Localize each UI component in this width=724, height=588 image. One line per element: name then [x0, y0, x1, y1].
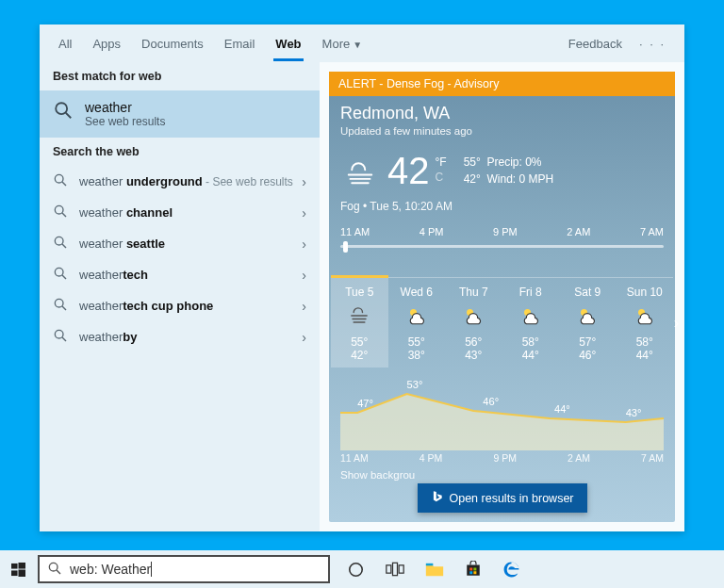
- svg-line-35: [57, 570, 60, 574]
- hour-slider[interactable]: 11 AM4 PM9 PM2 AM7 AM: [340, 226, 664, 264]
- partly-icon: [502, 299, 560, 335]
- svg-rect-41: [467, 565, 480, 576]
- hour-label: 9 PM: [493, 226, 518, 237]
- search-icon: [53, 328, 68, 346]
- weather-alert[interactable]: ALERT - Dense Fog - Advisory: [329, 72, 675, 96]
- weather-location: Redmond, WA: [329, 96, 675, 125]
- feedback-link[interactable]: Feedback: [568, 37, 622, 51]
- svg-rect-39: [399, 565, 403, 573]
- svg-point-6: [55, 237, 63, 245]
- svg-rect-44: [469, 571, 472, 574]
- taskbar: web: Weather: [0, 550, 724, 588]
- forecast-day[interactable]: Sun 1058°44°: [617, 278, 674, 368]
- hour-label: 2 AM: [567, 226, 590, 237]
- svg-rect-38: [393, 563, 398, 575]
- svg-point-36: [350, 563, 362, 575]
- file-explorer-icon[interactable]: [425, 562, 444, 578]
- search-input-value[interactable]: web: Weather: [70, 562, 151, 577]
- chevron-right-icon[interactable]: ›: [302, 205, 306, 220]
- svg-rect-31: [18, 563, 25, 569]
- chevron-right-icon[interactable]: ›: [302, 330, 306, 345]
- tab-web[interactable]: Web: [275, 37, 301, 51]
- svg-point-10: [55, 299, 63, 307]
- hour-label: 11 AM: [340, 452, 369, 464]
- forecast-day[interactable]: Fri 858°44°: [502, 278, 560, 368]
- svg-rect-43: [473, 568, 476, 571]
- suggestion-item[interactable]: weather channel ›: [40, 197, 320, 228]
- best-match-item[interactable]: weather See web results: [40, 90, 320, 138]
- best-match-subtitle: See web results: [85, 115, 306, 128]
- preview-column: ALERT - Dense Fog - Advisory Redmond, WA…: [320, 62, 684, 531]
- task-view-icon[interactable]: [386, 562, 404, 577]
- svg-point-12: [55, 330, 63, 338]
- hour-label: 11 AM: [340, 226, 370, 237]
- edge-icon[interactable]: [502, 561, 520, 579]
- forecast-day[interactable]: Tue 555°42°: [331, 275, 388, 368]
- slider-thumb[interactable]: [343, 241, 348, 253]
- suggestion-item[interactable]: weather underground - See web results ›: [40, 166, 320, 197]
- forecast-day[interactable]: Sat 957°46°: [559, 278, 617, 368]
- more-options-icon[interactable]: · · ·: [639, 37, 666, 51]
- start-button[interactable]: [8, 563, 28, 577]
- search-web-header: Search the web: [40, 138, 320, 166]
- svg-text:53°: 53°: [407, 379, 423, 390]
- svg-point-2: [55, 174, 63, 183]
- svg-rect-42: [469, 568, 472, 571]
- svg-line-5: [62, 213, 66, 217]
- hour-label: 9 PM: [493, 452, 517, 464]
- chevron-right-icon[interactable]: ›: [302, 299, 306, 314]
- hour-label: 2 AM: [568, 452, 590, 464]
- tab-documents[interactable]: Documents: [141, 37, 204, 51]
- cortana-icon[interactable]: [347, 561, 365, 579]
- tab-apps[interactable]: Apps: [92, 37, 121, 51]
- forecast-day[interactable]: Wed 655°38°: [388, 278, 446, 368]
- svg-text:44°: 44°: [554, 403, 570, 415]
- suggestion-item[interactable]: weather seattle ›: [40, 228, 320, 259]
- tab-email[interactable]: Email: [224, 37, 255, 51]
- tab-more[interactable]: More▼: [322, 37, 363, 51]
- suggestion-item[interactable]: weathertech cup phone ›: [40, 290, 320, 321]
- svg-line-7: [62, 244, 66, 248]
- svg-text:43°: 43°: [626, 407, 642, 418]
- hour-label: 4 PM: [420, 452, 443, 464]
- svg-rect-33: [18, 569, 25, 577]
- search-icon: [53, 266, 68, 284]
- show-background-link[interactable]: Show backgrou: [340, 469, 664, 481]
- search-icon: [53, 172, 68, 190]
- suggestion-item[interactable]: weatherby ›: [40, 321, 320, 352]
- suggestion-item[interactable]: weathertech ›: [40, 259, 320, 290]
- partly-icon: [445, 299, 502, 335]
- scope-tabs: All Apps Documents Email Web More▼ Feedb…: [40, 24, 684, 62]
- chevron-down-icon: ▼: [353, 40, 362, 50]
- taskbar-search[interactable]: web: Weather: [38, 555, 330, 583]
- chevron-right-icon[interactable]: ›: [302, 174, 306, 189]
- svg-line-1: [66, 113, 72, 119]
- tab-all[interactable]: All: [58, 37, 72, 51]
- hour-label: 7 AM: [641, 452, 664, 464]
- search-icon: [53, 235, 68, 253]
- svg-point-8: [55, 268, 63, 276]
- chevron-right-icon[interactable]: ›: [302, 268, 306, 283]
- search-icon: [53, 204, 68, 221]
- hour-label: 4 PM: [420, 226, 444, 237]
- temp-units[interactable]: °F C: [436, 155, 447, 185]
- fog-icon: [340, 152, 380, 194]
- best-match-header: Best match for web: [40, 62, 320, 90]
- search-icon: [53, 100, 74, 123]
- svg-point-4: [55, 205, 63, 214]
- best-match-title: weather: [85, 100, 306, 115]
- svg-line-11: [62, 306, 66, 310]
- svg-rect-40: [426, 563, 434, 565]
- svg-rect-32: [11, 570, 18, 576]
- svg-rect-30: [11, 563, 18, 568]
- search-icon: [53, 297, 68, 315]
- chevron-right-icon[interactable]: ›: [302, 237, 306, 252]
- open-in-browser-button[interactable]: Open results in browser: [417, 483, 586, 513]
- svg-rect-37: [387, 565, 391, 573]
- microsoft-store-icon[interactable]: [465, 561, 482, 578]
- current-stats: 55° Precip: 0% 42° Wind: 0 MPH: [464, 154, 554, 188]
- partly-icon: [388, 299, 446, 335]
- forecast-day[interactable]: Thu 756°43°: [445, 278, 502, 368]
- chevron-right-icon[interactable]: ›: [674, 315, 679, 332]
- partly-icon: [559, 299, 617, 335]
